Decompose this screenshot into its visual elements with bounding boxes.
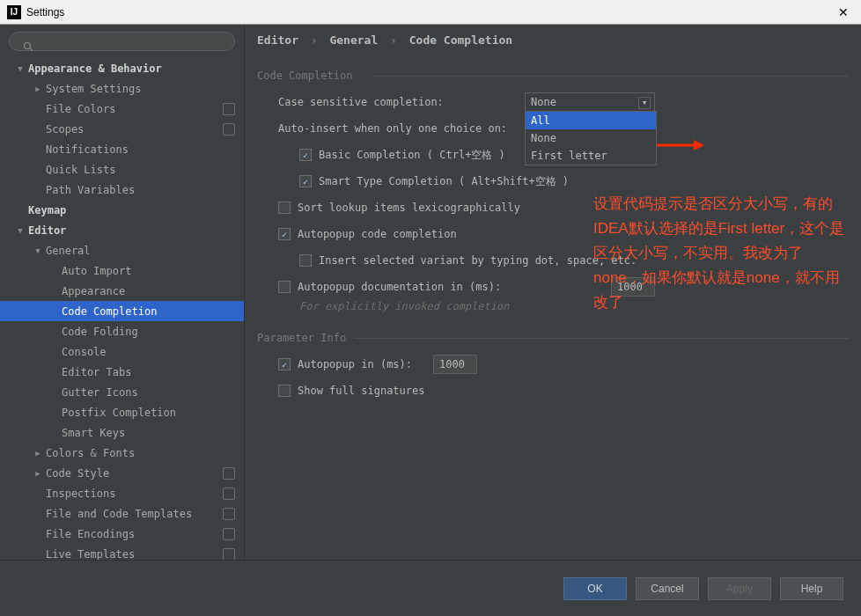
app-logo-icon: IJ (7, 5, 21, 19)
sidebar-item-label: Smart Keys (62, 427, 125, 439)
autopopup-label: Autopopup code completion (298, 228, 457, 240)
sidebar-item-label: Gutter Icons (62, 386, 138, 399)
search-input[interactable] (9, 32, 235, 51)
sidebar-item-label: Auto Import (62, 265, 131, 277)
breadcrumb-part[interactable]: Editor (257, 33, 298, 47)
sidebar-item[interactable]: ▶System Settings (0, 78, 244, 99)
tree-arrow-icon: ▼ (33, 246, 42, 255)
sidebar-item[interactable]: ▶Colors & Fonts (0, 443, 244, 463)
sidebar-item-label: Colors & Fonts (46, 447, 135, 459)
titlebar: IJ Settings ✕ (0, 0, 861, 25)
sidebar-item[interactable]: Auto Import (0, 260, 244, 281)
project-scope-icon (223, 508, 235, 520)
footer: OK Cancel Apply Help (0, 560, 861, 616)
tree-arrow-icon: ▼ (16, 226, 25, 235)
show-full-sig-checkbox[interactable] (278, 385, 291, 397)
sidebar-item[interactable]: Smart Keys (0, 422, 244, 443)
sidebar-item-label: Scopes (46, 123, 84, 136)
project-scope-icon (223, 103, 235, 115)
tree-arrow-icon: ▶ (33, 84, 42, 93)
dropdown-list: All None First letter (525, 111, 657, 165)
project-scope-icon (223, 467, 235, 480)
sidebar-item-label: Notifications (46, 143, 129, 156)
cancel-button[interactable]: Cancel (636, 577, 699, 600)
sidebar-item[interactable]: ▶Code Style (0, 463, 244, 483)
sidebar-item[interactable]: ▼Editor (0, 220, 244, 240)
sidebar-item-label: General (46, 245, 91, 257)
sidebar-item-label: Appearance (62, 285, 125, 297)
param-autopopup-ms-input[interactable]: 1000 (433, 355, 477, 374)
sidebar-item[interactable]: Appearance (0, 281, 244, 301)
sidebar-item-label: Postfix Completion (62, 407, 176, 419)
sidebar-item-label: Editor (28, 224, 66, 237)
sidebar-item-label: Keymap (28, 204, 66, 216)
sidebar-item[interactable]: Console (0, 341, 244, 362)
sidebar-item[interactable]: File Encodings (0, 524, 244, 544)
sidebar-item-label: Code Folding (62, 326, 138, 338)
sidebar-item-label: File Encodings (46, 528, 135, 540)
breadcrumb: Editor › General › Code Completion (245, 25, 861, 55)
case-sensitive-dropdown[interactable]: None ▼ All None First letter (525, 92, 655, 112)
show-full-sig-label: Show full signatures (298, 385, 425, 397)
chevron-down-icon: ▼ (638, 97, 651, 109)
dropdown-option-all[interactable]: All (526, 112, 656, 129)
help-button[interactable]: Help (780, 577, 843, 600)
ok-button[interactable]: OK (563, 577, 627, 600)
insert-variant-label: Insert selected variant by typing dot, s… (319, 254, 637, 267)
sidebar-item[interactable]: Code Completion (0, 301, 244, 321)
autopopup-doc-checkbox[interactable] (278, 281, 291, 293)
dropdown-option-none[interactable]: None (526, 129, 656, 147)
main-panel: Editor › General › Code Completion Code … (245, 25, 861, 560)
sidebar: ▼Appearance & Behavior▶System SettingsFi… (0, 25, 245, 560)
sidebar-item[interactable]: Gutter Icons (0, 382, 244, 402)
dropdown-option-first-letter[interactable]: First letter (526, 147, 656, 165)
tree-arrow-icon: ▼ (16, 64, 25, 73)
sidebar-item-label: File Colors (46, 103, 115, 115)
sort-lexi-checkbox[interactable] (278, 202, 291, 214)
autopopup-doc-label: Autopopup documentation in (ms): (298, 281, 501, 293)
sidebar-item-label: Path Variables (46, 184, 135, 196)
tree-arrow-icon: ▶ (33, 449, 42, 458)
breadcrumb-part[interactable]: Code Completion (409, 33, 512, 47)
sidebar-item[interactable]: Inspections (0, 483, 244, 503)
sidebar-item[interactable]: Scopes (0, 119, 244, 139)
sidebar-item-label: Code Completion (62, 305, 157, 318)
basic-completion-checkbox[interactable] (299, 149, 312, 161)
sidebar-item-label: Live Templates (46, 548, 135, 561)
sidebar-item[interactable]: File Colors (0, 99, 244, 119)
sidebar-item[interactable]: Quick Lists (0, 159, 244, 180)
param-autopopup-label: Autopopup in (ms): (298, 358, 412, 370)
sidebar-item-label: Console (62, 346, 107, 358)
sidebar-item-label: Appearance & Behavior (28, 62, 162, 75)
autopopup-checkbox[interactable] (278, 228, 291, 240)
dropdown-value: None (531, 96, 556, 108)
section-code-completion: Code Completion (257, 70, 849, 82)
param-autopopup-checkbox[interactable] (278, 358, 291, 370)
auto-insert-label: Auto-insert when only one choice on: (278, 122, 507, 135)
sidebar-item[interactable]: Postfix Completion (0, 402, 244, 422)
window-title: Settings (26, 6, 833, 18)
section-parameter-info: Parameter Info (257, 332, 849, 344)
sidebar-item[interactable]: Editor Tabs (0, 362, 244, 382)
project-scope-icon (223, 548, 235, 561)
sidebar-item[interactable]: File and Code Templates (0, 503, 244, 524)
project-scope-icon (223, 528, 235, 540)
sidebar-item[interactable]: ▼Appearance & Behavior (0, 58, 244, 78)
sidebar-item[interactable]: Keymap (0, 200, 244, 220)
smart-completion-checkbox[interactable] (299, 175, 312, 187)
sidebar-item[interactable]: ▼General (0, 240, 244, 260)
sidebar-item[interactable]: Path Variables (0, 180, 244, 200)
sidebar-item[interactable]: Code Folding (0, 321, 244, 341)
close-icon[interactable]: ✕ (833, 4, 854, 21)
apply-button[interactable]: Apply (708, 577, 771, 600)
sidebar-item-label: File and Code Templates (46, 508, 192, 520)
sort-lexi-label: Sort lookup items lexicographically (298, 202, 520, 214)
project-scope-icon (223, 123, 235, 136)
sidebar-item[interactable]: Notifications (0, 139, 244, 159)
sidebar-item-label: Quick Lists (46, 164, 115, 176)
insert-variant-checkbox[interactable] (299, 254, 312, 267)
breadcrumb-part[interactable]: General (329, 33, 378, 47)
sidebar-item[interactable]: Live Templates (0, 544, 244, 560)
smart-completion-label: Smart Type Completion ( Alt+Shift+空格 ) (319, 174, 569, 189)
settings-tree: ▼Appearance & Behavior▶System SettingsFi… (0, 58, 244, 560)
